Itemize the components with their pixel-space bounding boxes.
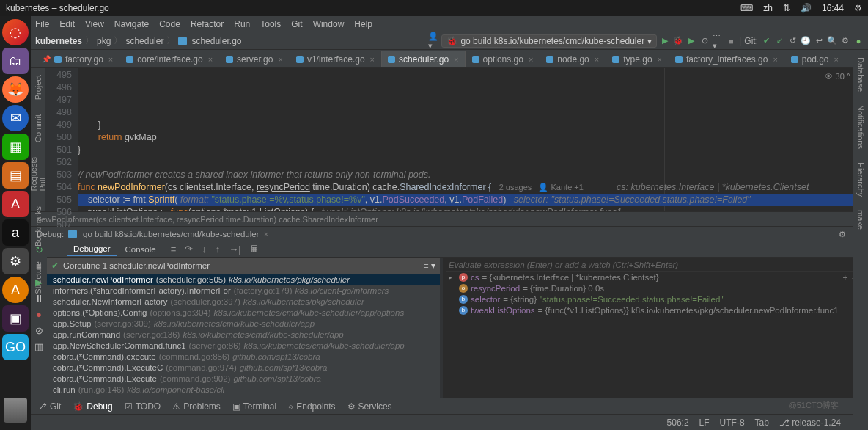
pause-icon[interactable]: ⏸: [34, 293, 44, 303]
run-icon[interactable]: ▶: [660, 36, 670, 46]
coverage-icon[interactable]: ▶: [686, 36, 696, 46]
tab-server-go[interactable]: server.go×: [219, 51, 290, 67]
tool-structure[interactable]: Structure: [34, 261, 43, 294]
software-icon[interactable]: A: [2, 191, 29, 217]
stack-frame[interactable]: app.runCommand (server.go:136) k8s.io/ku…: [47, 329, 440, 340]
git-rollback-icon[interactable]: ↩: [814, 36, 824, 46]
toolwin-git[interactable]: ⎇Git: [37, 401, 61, 412]
tab-scheduler-go[interactable]: scheduler.go×: [381, 51, 466, 67]
variable-row[interactable]: ▸p cs = {kubernetes.Interface | *kuberne…: [446, 272, 838, 283]
menu-help[interactable]: Help: [354, 19, 372, 29]
tab-options-go[interactable]: options.go×: [466, 51, 540, 67]
terminal-icon[interactable]: ▣: [2, 305, 29, 332]
encoding[interactable]: UTF-8: [720, 418, 745, 428]
toolwin-todo[interactable]: ☑TODO: [125, 401, 161, 412]
crumb-pkg[interactable]: pkg: [97, 36, 111, 46]
crumb-project[interactable]: kubernetes: [35, 36, 82, 46]
variable-row[interactable]: o resyncPeriod = {time.Duration} 0 0s: [446, 283, 838, 294]
stack-frame[interactable]: scheduler.NewInformerFactory (scheduler.…: [47, 296, 440, 307]
debug-config[interactable]: go build k8s.io/kubernetes/cmd/kube-sche…: [83, 230, 259, 238]
debug-settings-icon[interactable]: ⚙: [837, 229, 847, 239]
variable-row[interactable]: b selector = {string} "status.phase!=Suc…: [446, 294, 865, 305]
toolwin-debug[interactable]: 🐞Debug: [73, 401, 112, 412]
stack-frame[interactable]: cobra.(*Command).execute (command.go:856…: [47, 351, 440, 362]
menu-edit[interactable]: Edit: [59, 19, 75, 29]
step-over-icon[interactable]: ↷: [185, 244, 193, 255]
tab-core-interface-go[interactable]: core/interface.go×: [119, 51, 219, 67]
close-icon[interactable]: ×: [595, 55, 599, 64]
amazon-icon[interactable]: a: [2, 219, 29, 246]
toolwin-services[interactable]: ⚙Services: [347, 401, 392, 412]
ide-settings-icon[interactable]: ⚙: [840, 36, 850, 46]
threads-icon[interactable]: ≡: [171, 244, 177, 255]
stack-frame[interactable]: options.(*Options).Config (options.go:30…: [47, 307, 440, 318]
stack-frame[interactable]: app.NewSchedulerCommand.func1 (server.go…: [47, 340, 440, 351]
tab-type-go[interactable]: type.go×: [606, 51, 669, 67]
add-watch-icon[interactable]: +: [842, 273, 847, 282]
crumb-file[interactable]: scheduler.go: [191, 36, 241, 46]
step-out-icon[interactable]: ↑: [216, 244, 221, 255]
close-icon[interactable]: ×: [278, 55, 282, 64]
run-config-selector[interactable]: 🐞 go build k8s.io/kubernetes/cmd/kube-sc…: [441, 34, 657, 48]
git-commit-icon[interactable]: ✔: [761, 36, 771, 46]
git-branch[interactable]: ⎇ release-1.24: [779, 418, 841, 428]
system-menu-icon[interactable]: ⚙: [854, 3, 862, 13]
tool-commit[interactable]: Commit: [34, 114, 43, 142]
toolwin-problems[interactable]: ⚠Problems: [172, 401, 221, 412]
toolwin-endpoints[interactable]: ⟐Endpoints: [288, 401, 335, 412]
close-icon[interactable]: ×: [658, 55, 662, 64]
attach-icon[interactable]: ⋯▾: [713, 36, 723, 46]
indent[interactable]: Tab: [755, 418, 769, 428]
stop-icon[interactable]: ■: [726, 36, 736, 46]
close-icon[interactable]: ×: [370, 55, 375, 64]
menu-file[interactable]: File: [35, 19, 49, 29]
menu-window[interactable]: Window: [313, 19, 345, 29]
layout-icon[interactable]: ▥: [34, 341, 44, 351]
code-area[interactable]: 👁 30 ^ } return gvkMap } // newPodInform…: [78, 68, 868, 211]
lang-indicator[interactable]: zh: [763, 3, 773, 13]
impress-icon[interactable]: ▤: [2, 162, 29, 189]
tool-pull-requests[interactable]: Pull Requests: [29, 157, 47, 191]
close-icon[interactable]: ×: [108, 55, 113, 64]
updater-icon[interactable]: A: [2, 277, 29, 303]
menu-navigate[interactable]: Navigate: [114, 19, 149, 29]
crumb-dir[interactable]: scheduler: [125, 36, 163, 46]
dash-icon[interactable]: ◌: [2, 19, 29, 45]
tab-debugger[interactable]: Debugger: [67, 243, 117, 256]
run-to-cursor-icon[interactable]: →|: [229, 244, 240, 255]
breakpoints-icon[interactable]: ●: [34, 309, 44, 319]
profiler-icon[interactable]: ⊙: [699, 36, 710, 46]
step-into-icon[interactable]: ↓: [202, 244, 207, 255]
menu-tools[interactable]: Tools: [260, 19, 281, 29]
tab-pod-go[interactable]: pod.go×: [784, 51, 845, 67]
tool-bookmarks[interactable]: Bookmarks: [34, 206, 43, 247]
stack-frame[interactable]: cobra.(*Command).ExecuteC (command.go:97…: [47, 362, 440, 373]
debug-icon[interactable]: 🐞: [673, 36, 683, 46]
caret-position[interactable]: 506:2: [667, 418, 689, 428]
stack-frame[interactable]: informers.(*sharedInformerFactory).Infor…: [47, 285, 440, 296]
tab-v1-interface-go[interactable]: v1/interface.go×: [290, 51, 381, 67]
line-ending[interactable]: LF: [699, 418, 710, 428]
search-icon[interactable]: 🔍: [827, 36, 837, 46]
tab-node-go[interactable]: node.go×: [540, 51, 606, 67]
trash-icon[interactable]: [4, 398, 27, 423]
close-icon[interactable]: ×: [773, 55, 777, 64]
git-push-icon[interactable]: ↙: [774, 36, 784, 46]
tab-console[interactable]: Console: [119, 244, 162, 255]
firefox-icon[interactable]: 🦊: [2, 76, 29, 103]
close-icon[interactable]: ×: [834, 55, 839, 64]
mute-bp-icon[interactable]: ⊘: [34, 325, 44, 335]
stack-frame[interactable]: cli.run (run.go:146) k8s.io/component-ba…: [47, 384, 440, 395]
settings-icon[interactable]: ⚙: [2, 248, 29, 274]
tab-factory-go[interactable]: 📌factory.go×: [35, 51, 119, 67]
close-icon[interactable]: ×: [529, 55, 533, 64]
menu-refactor[interactable]: Refactor: [191, 19, 224, 29]
menu-git[interactable]: Git: [291, 19, 302, 29]
tool-project[interactable]: Project: [34, 75, 43, 100]
git-history-icon[interactable]: 🕘: [801, 36, 811, 46]
reader-mode-indicator[interactable]: 👁 30 ^: [825, 70, 850, 83]
goland-icon[interactable]: GO: [2, 334, 29, 360]
close-icon[interactable]: ×: [454, 55, 458, 64]
volume-icon[interactable]: 🔊: [801, 3, 812, 13]
menu-run[interactable]: Run: [234, 19, 250, 29]
